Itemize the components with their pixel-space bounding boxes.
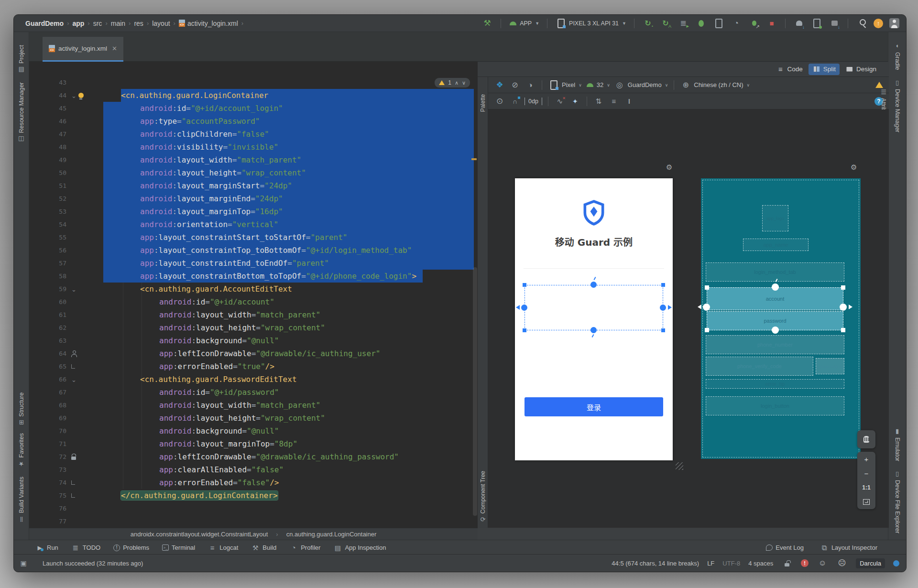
code-line-58[interactable]: 58app:layout_constraintBottom_toTopOf="@… <box>29 270 478 283</box>
blueprint-box-login_method_tab[interactable]: login_method_tab <box>706 262 844 282</box>
stop-icon[interactable] <box>766 18 777 29</box>
theme-select[interactable]: GuardDemo ∨ <box>614 79 668 91</box>
device-select[interactable]: PIXEL 3 XL API 31 ▼ <box>555 18 626 29</box>
default-margin-value[interactable]: 0dp <box>525 98 542 105</box>
breadcrumb-item[interactable]: res <box>134 20 143 27</box>
tool-window-button-layout-inspector[interactable]: Layout Inspector <box>820 544 877 552</box>
constraint-anchor-start[interactable] <box>703 304 710 311</box>
constraint-anchor-top[interactable] <box>772 283 779 291</box>
mode-button-design[interactable]: Design <box>842 64 880 75</box>
sidebar-item-emulator[interactable]: ▮Emulator <box>894 427 901 461</box>
tab-activity-login-xml[interactable]: activity_login.xml ✕ <box>43 37 123 62</box>
code-line-48[interactable]: 48android:visibility="invisible" <box>29 141 478 153</box>
code-line-43[interactable]: 43 <box>29 76 478 89</box>
code-line-66[interactable]: 66<cn.authing.guard.PasswordEditText <box>29 373 478 386</box>
code-line-49[interactable]: 49android:layout_width="match_parent" <box>29 153 478 166</box>
code-line-76[interactable]: 76 <box>29 502 478 515</box>
line-separator[interactable]: LF <box>707 560 714 567</box>
code-line-75[interactable]: 75</cn.authing.guard.LoginContainer> <box>29 489 478 502</box>
sdk-manager-icon[interactable] <box>829 18 840 29</box>
code-line-67[interactable]: 67android:id="@+id/password" <box>29 386 478 399</box>
selection-corner-handle[interactable] <box>661 328 665 332</box>
status-message[interactable]: Launch succeeded (32 minutes ago) <box>43 560 143 567</box>
code-line-70[interactable]: 70android:background="@null" <box>29 425 478 437</box>
previous-problem-icon[interactable]: ∧ <box>455 80 459 86</box>
code-line-47[interactable]: 47android:clipChildren="false" <box>29 128 478 141</box>
sidebar-item-project[interactable]: ▤Project <box>18 45 25 74</box>
blueprint-box-account[interactable]: account <box>707 287 843 310</box>
tool-window-button-app-inspection[interactable]: App Inspection <box>333 544 386 552</box>
design-surface-select-icon[interactable] <box>494 79 505 91</box>
code-line-64[interactable]: 64app:leftIconDrawable="@drawable/ic_aut… <box>29 347 478 360</box>
login-button-preview[interactable]: 登录 <box>525 397 663 416</box>
constraint-anchor-end[interactable] <box>840 304 847 311</box>
autoconnect-icon[interactable] <box>509 96 521 107</box>
code-line-57[interactable]: 57app:layout_constraintEnd_toEndOf="pare… <box>29 257 478 270</box>
profile-attach-icon[interactable] <box>748 18 760 29</box>
code-line-73[interactable]: 73app:clearAllEnabled="false" <box>29 463 478 476</box>
code-line-45[interactable]: 45android:id="@+id/account_login" <box>29 102 478 115</box>
tool-window-button-terminal[interactable]: Terminal <box>162 544 195 552</box>
zoom-out-button[interactable]: − <box>857 466 875 480</box>
constraint-anchor-top[interactable] <box>590 282 597 288</box>
notification-dot-icon[interactable] <box>893 560 899 566</box>
code-line-44[interactable]: 44<cn.authing.guard.LoginContainer <box>29 89 478 102</box>
align-icon[interactable] <box>608 96 620 107</box>
breadcrumb-item[interactable]: layout <box>152 20 170 27</box>
design-canvas[interactable]: ⚙ ⚙ 移动 Guard 示例 <box>488 109 889 528</box>
pack-icon[interactable] <box>593 96 604 107</box>
sync-project-icon[interactable] <box>793 18 805 29</box>
sidebar-item-device-manager[interactable]: ▯Device Manager <box>894 79 901 132</box>
code-line-72[interactable]: 72app:leftIconDrawable="@drawable/ic_aut… <box>29 450 478 463</box>
sidebar-item-structure[interactable]: ⊞Structure <box>18 392 25 425</box>
code-line-55[interactable]: 55app:layout_constraintStart_toStartOf="… <box>29 231 478 244</box>
indent-setting[interactable]: 4 spaces <box>748 560 773 567</box>
xml-breadcrumb-item[interactable]: androidx.constraintlayout.widget.Constra… <box>131 531 268 538</box>
code-line-69[interactable]: 69android:layout_height="wrap_content" <box>29 412 478 425</box>
tool-window-switcher-icon[interactable] <box>18 557 29 569</box>
code-line-61[interactable]: 61android:layout_width="match_parent" <box>29 308 478 321</box>
breadcrumb-item[interactable]: GuardDemo <box>25 20 64 27</box>
zoom-in-button[interactable]: + <box>857 452 875 466</box>
mode-button-split[interactable]: Split <box>809 64 840 75</box>
component-tree-tab[interactable]: Component Tree ⟳ <box>478 471 488 523</box>
code-line-52[interactable]: 52android:layout_marginEnd="24dp" <box>29 192 478 205</box>
apply-changes-icon[interactable] <box>642 18 654 29</box>
code-line-51[interactable]: 51android:layout_marginStart="24dp" <box>29 179 478 192</box>
blueprint-box-error_tip[interactable]: error_tip <box>706 379 844 389</box>
sad-face-icon[interactable] <box>836 557 848 569</box>
code-line-60[interactable]: 60android:id="@+id/account" <box>29 295 478 308</box>
sidebar-item-resource-manager[interactable]: ◫Resource Manager <box>18 82 25 143</box>
sidebar-item-device-file-explorer[interactable]: ▯Device File Explorer <box>894 470 901 534</box>
happy-face-icon[interactable] <box>817 557 828 569</box>
inspections-widget[interactable]: 1 ∧ ∨ <box>435 78 470 87</box>
selection-corner-handle[interactable] <box>705 285 709 290</box>
tool-window-button-event-log[interactable]: Event Log <box>766 544 804 552</box>
apply-code-changes-icon[interactable] <box>660 18 671 29</box>
update-icon[interactable] <box>874 19 883 28</box>
pan-button[interactable] <box>857 430 875 448</box>
tool-window-button-profiler[interactable]: Profiler <box>289 544 320 552</box>
code-line-62[interactable]: 62android:layout_height="wrap_content" <box>29 321 478 334</box>
theme-switcher[interactable]: Darcula <box>856 558 885 568</box>
guidelines-icon[interactable] <box>623 96 635 107</box>
preview-device-select[interactable]: Pixel ∨ <box>548 79 582 91</box>
code-line-56[interactable]: 56app:layout_constraintTop_toBottomOf="@… <box>29 244 478 257</box>
selection-corner-handle[interactable] <box>523 328 526 332</box>
blueprint-box-phone_number[interactable]: phone_number <box>706 335 844 354</box>
zoom-to-fit-button[interactable] <box>857 495 875 509</box>
next-problem-icon[interactable]: ∨ <box>462 80 466 86</box>
profile-icon[interactable] <box>731 18 742 29</box>
api-level-select[interactable]: 32 ∨ <box>586 81 610 89</box>
view-options-icon[interactable] <box>494 96 505 107</box>
selected-component-outline[interactable] <box>525 285 663 330</box>
orientation-icon[interactable] <box>509 79 521 91</box>
locale-select[interactable]: Chinese (zh / CN) ∨ <box>680 79 750 91</box>
tool-window-button-build[interactable]: Build <box>251 544 276 552</box>
code-line-71[interactable]: 71android:layout_marginTop="8dp" <box>29 437 478 450</box>
night-mode-icon[interactable] <box>525 79 536 91</box>
code-line-53[interactable]: 53android:layout_marginTop="16dp" <box>29 205 478 218</box>
infer-constraints-icon[interactable] <box>569 96 581 107</box>
code-line-46[interactable]: 46app:type="accountPassword" <box>29 115 478 128</box>
code-line-65[interactable]: 65app:errorEnabled="true"/> <box>29 360 478 373</box>
